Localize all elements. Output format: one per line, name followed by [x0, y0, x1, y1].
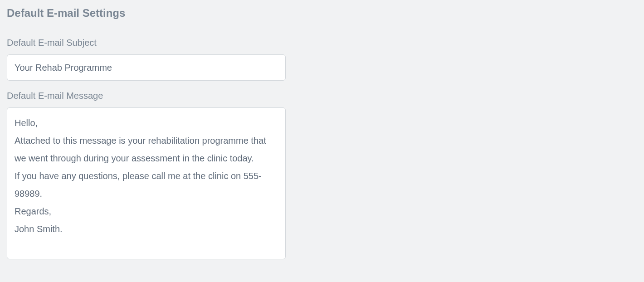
section-title: Default E-mail Settings — [7, 7, 637, 19]
message-textarea[interactable] — [7, 107, 286, 259]
subject-label: Default E-mail Subject — [7, 38, 637, 48]
message-label: Default E-mail Message — [7, 91, 637, 101]
subject-field-group: Default E-mail Subject — [7, 38, 637, 81]
subject-input[interactable] — [7, 54, 286, 81]
message-field-group: Default E-mail Message — [7, 91, 637, 261]
